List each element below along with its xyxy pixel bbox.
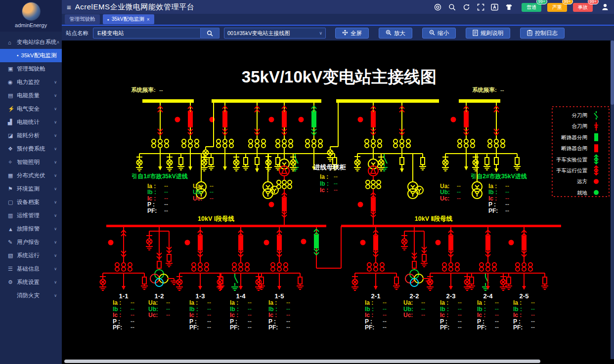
single-line-diagram: 35kV/10kV变电站主接线图系统频率:--系统频率:--引自1#市政35kV… — [65, 42, 614, 363]
meas-label: PF: — [147, 207, 157, 214]
breaker-closed[interactable] — [198, 236, 203, 250]
breaker-closed[interactable] — [371, 112, 376, 127]
breaker-closed[interactable] — [464, 112, 469, 127]
station-name-label: 站点名称 — [66, 30, 88, 37]
toolbar-button-规则说明[interactable]: 规则说明 — [466, 28, 510, 39]
sidebar-item-system-settings[interactable]: ⚙系统设置∨ — [0, 276, 62, 289]
sidebar-item-smart-lighting[interactable]: ✧智能照明∨ — [0, 156, 62, 169]
sidebar-item-system-run[interactable]: ▧系统运行∨ — [0, 249, 62, 262]
horizontal-scrollbar[interactable] — [64, 360, 540, 363]
diagram-canvas[interactable]: 35kV/10kV变电站主接线图系统频率:--系统频率:--引自1#市政35kV… — [62, 40, 614, 364]
meas-value: -- — [248, 324, 252, 331]
menu-icon[interactable]: ≡ — [67, 3, 71, 11]
diagram-select[interactable]: 001#35kV变电站主接线图 ∨ — [224, 28, 326, 39]
sidebar-item-label: 用户报告 — [17, 239, 40, 246]
tab-管理驾驶舱[interactable]: 管理驾驶舱 — [65, 14, 100, 24]
sidebar: adminEnergy ⌂变电站综自系统∧•35kV配电监测▣管理驾驶舱◉电力监… — [0, 0, 62, 364]
toolbar-button-label: 规则说明 — [481, 30, 503, 37]
sidebar-item-user-report[interactable]: ✎用户报告∨ — [0, 236, 62, 249]
sidebar-item-label: 系统设置 — [17, 279, 40, 286]
toolbar-button-控制日志[interactable]: 控制日志 — [520, 28, 565, 39]
chevron-down-icon: ∨ — [54, 120, 57, 124]
legend-label: 合刀闸 — [572, 123, 588, 129]
theme-icon[interactable] — [505, 3, 513, 11]
tab-label: 35kV配电监测 — [112, 16, 144, 23]
sidebar-item-label: 环境监测 — [17, 185, 40, 193]
toolbar-button-全屏[interactable]: 全屏 — [335, 28, 369, 39]
tab-active-dot: ● — [107, 18, 109, 21]
breaker-closed[interactable] — [522, 236, 526, 250]
sidebar-item-device-archive[interactable]: ▢设备档案∨ — [0, 196, 62, 209]
breaker-closed[interactable] — [448, 236, 453, 250]
sidebar-item-distributed-pv[interactable]: ▦分布式光伏∨ — [0, 169, 62, 182]
tab-35kV配电监测[interactable]: ●35kV配电监测× — [103, 14, 154, 24]
frequency-value: -- — [159, 87, 163, 93]
chevron-down-icon: ∨ — [54, 147, 57, 151]
sidebar-item-dashboard[interactable]: ▣管理驾驶舱 — [0, 62, 62, 76]
breaker-closed[interactable] — [188, 112, 193, 127]
sidebar-item-power-quality[interactable]: ▤电能质量∨ — [0, 89, 62, 102]
sidebar-item-prepaid[interactable]: ❖预付费系统∨ — [0, 142, 62, 156]
alarm-count-badge: 99+ — [588, 0, 599, 4]
avatar[interactable] — [22, 2, 41, 21]
sidebar-item-ops-management[interactable]: ▥运维管理∨ — [0, 209, 62, 222]
zoom-in-icon — [386, 30, 392, 37]
breaker-closed[interactable] — [238, 236, 243, 250]
sidebar-item-fault-alarm[interactable]: ▲故障报警∨ — [0, 222, 62, 236]
breaker-closed[interactable] — [282, 198, 287, 211]
feeder-label: 2-1 — [371, 292, 381, 300]
breaker-closed[interactable] — [371, 198, 376, 211]
sync-icon[interactable] — [462, 3, 470, 11]
fullscreen-icon[interactable] — [477, 3, 484, 11]
station-name-input[interactable] — [93, 28, 201, 39]
breaker-closed[interactable] — [222, 112, 227, 127]
meas-label: PF: — [268, 324, 278, 331]
breaker-closed[interactable] — [277, 236, 282, 250]
search-icon[interactable] — [448, 3, 456, 11]
breaker-closed[interactable] — [373, 236, 378, 250]
meas-value: -- — [505, 207, 509, 214]
sidebar-item-label: 故障报警 — [17, 225, 40, 233]
app-root: adminEnergy ⌂变电站综自系统∧•35kV配电监测▣管理驾驶舱◉电力监… — [0, 0, 614, 364]
sidebar-item-35kv-monitor[interactable]: •35kV配电监测 — [0, 49, 62, 62]
breaker-closed[interactable] — [485, 236, 490, 250]
energy-stats-icon: ▟ — [8, 119, 17, 125]
remote-indicator — [509, 240, 514, 245]
remote-indicator — [108, 240, 114, 245]
sidebar-item-energy-analysis[interactable]: ◪能耗分析∨ — [0, 129, 62, 142]
sidebar-item-energy-stats[interactable]: ▟电能统计∨ — [0, 116, 62, 129]
alarm-badge-事故[interactable]: 事故99+ — [573, 2, 593, 12]
breaker-open[interactable] — [314, 235, 319, 248]
breaker-open[interactable] — [311, 112, 316, 127]
header-icons: 普通99+严重99+事故99+ — [434, 2, 614, 12]
meas-label: Uc: — [403, 312, 413, 319]
sidebar-item-electrical-safety[interactable]: ⚡电气安全∨ — [0, 102, 62, 116]
sidebar-item-basic-info[interactable]: ☰基础信息∨ — [0, 262, 62, 276]
sidebar-item-fire-safety[interactable]: 消防火灾∨ — [0, 289, 62, 302]
breaker-closed[interactable] — [282, 112, 287, 127]
alarm-badge-严重[interactable]: 严重99+ — [547, 2, 567, 12]
user-icon[interactable] — [601, 3, 609, 11]
meas-value: -- — [131, 324, 134, 331]
sidebar-item-substation-system[interactable]: ⌂变电站综自系统∧ — [0, 36, 62, 49]
power-monitor-icon: ◉ — [8, 79, 17, 85]
tab-close-icon[interactable]: × — [147, 17, 150, 22]
sidebar-item-label: 基础信息 — [17, 265, 40, 273]
search-button[interactable] — [201, 28, 219, 39]
toolbar-button-放大[interactable]: 放大 — [379, 28, 412, 39]
translate-icon[interactable] — [491, 3, 499, 11]
incoming2-label: 引自2#市政35kV进线 — [471, 173, 526, 180]
feeder-label: 2-3 — [446, 292, 456, 300]
meas-value: -- — [531, 324, 535, 331]
sidebar-item-label: 电能统计 — [17, 119, 40, 126]
legend-label: 断路器合闸 — [562, 145, 588, 151]
toolbar-button-缩小[interactable]: 缩小 — [422, 28, 456, 39]
sidebar-item-environment[interactable]: ⚑环境监测∨ — [0, 182, 62, 196]
vertical-scrollbar[interactable] — [611, 40, 614, 359]
alarm-badge-普通[interactable]: 普通99+ — [522, 2, 541, 12]
user-profile: adminEnergy — [0, 0, 62, 32]
sidebar-item-label: 消防火灾 — [17, 292, 40, 299]
toolbar-button-label: 放大 — [394, 30, 405, 37]
sidebar-item-power-monitor[interactable]: ◉电力监控∨ — [0, 76, 62, 89]
at-circle-icon[interactable] — [434, 3, 441, 11]
